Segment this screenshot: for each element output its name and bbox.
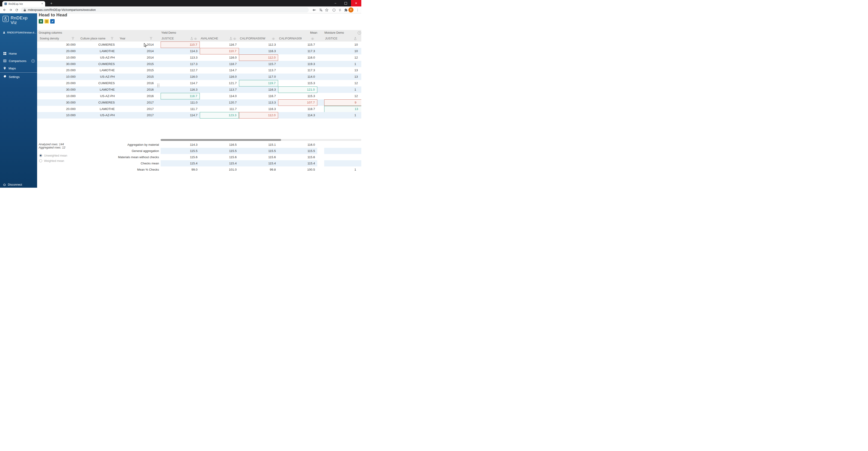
aggregation-value: 115.5: [239, 148, 278, 154]
aggregation-row: Checks mean115.4115.4115.4115.4: [37, 160, 361, 167]
cell-culture-place: LAMOTHE: [78, 87, 117, 93]
table-row[interactable]: 10.000US-AZ-PH2015116.0116.0117.0114.013: [37, 73, 361, 80]
aggregation-row: Aggregation by material114.3116.5115.111…: [37, 142, 361, 148]
horizontal-scrollbar[interactable]: [161, 139, 361, 141]
sidebar-item-comparisons[interactable]: Comparisons +: [0, 57, 37, 65]
aggregation-value: 116.5: [200, 142, 239, 148]
main-content: Head to Head Grouping columns Yield Demo…: [37, 0, 361, 188]
back-button[interactable]: [2, 7, 7, 13]
aggregation-value: 99.0: [161, 167, 200, 173]
notes-button[interactable]: [44, 19, 49, 24]
help-icon[interactable]: ?: [358, 31, 361, 35]
aggregation-moisture-value: [324, 142, 361, 148]
cell-year: 2015: [117, 61, 156, 67]
column-header-yield-avalanche[interactable]: AVALANCHE: [200, 35, 239, 41]
table-row[interactable]: 20.000LAMOTHE2014114.3110.7116.3117.310: [37, 48, 361, 54]
reload-button[interactable]: [14, 7, 19, 13]
column-header-culture-place-name[interactable]: Culture place name: [78, 35, 117, 41]
edit-button[interactable]: [50, 19, 55, 24]
cell-yield-avalanche: 110.7: [200, 48, 239, 54]
table-row[interactable]: 10.000US-AZ-PH2016118.7114.0116.7115.312: [37, 93, 361, 99]
aggregation-value: 115.4: [161, 160, 200, 167]
aggregation-label: Checks mean: [37, 160, 159, 167]
cell-year: 2014: [117, 41, 156, 48]
cell-yield-avalanche: 118.7: [200, 61, 239, 67]
column-header-yield-california309[interactable]: CALIFORNIA309: [278, 35, 317, 41]
table-row[interactable]: 20.000LAMOTHE2015112.7114.7113.7117.313: [37, 67, 361, 73]
aggregation-label: Mean % Checks: [37, 167, 159, 173]
table-row[interactable]: 30.000CUMIERES2014110.7116.7112.3115.710: [37, 41, 361, 48]
cell-yield-california500w: 116.7: [239, 93, 278, 99]
site-info-lock-icon[interactable]: [24, 8, 26, 11]
cell-sowing-density: 10.000: [37, 73, 78, 80]
aggregation-value: 115.4: [200, 160, 239, 167]
column-header-yield-california500w[interactable]: CALIFORNIA500W: [239, 35, 278, 41]
power-icon: [3, 183, 6, 186]
page-title: Head to Head: [39, 12, 67, 18]
export-excel-button[interactable]: [39, 19, 43, 24]
back-icon: [3, 8, 6, 12]
cell-sowing-density: 20.000: [37, 48, 78, 54]
cell-yield-california500w: 116.3: [239, 48, 278, 54]
table-row[interactable]: 30.000CUMIERES2015117.3118.7115.7119.31: [37, 61, 361, 67]
table-row[interactable]: 20.000LAMOTHE2017111.7111.7116.3118.713: [37, 106, 361, 112]
aggregation-value: 115.6: [161, 154, 200, 160]
cell-moisture-justice: 9: [324, 99, 361, 106]
table-row[interactable]: 10.000US-AZ-PH2017114.7123.3112.0114.31: [37, 112, 361, 119]
cell-moisture-justice: 13: [324, 67, 361, 73]
cell-moisture-justice: 10: [324, 48, 361, 54]
column-header-year[interactable]: Year: [117, 35, 156, 41]
cell-culture-place: CUMIERES: [78, 61, 117, 67]
aggregation-label: Aggregation by material: [37, 142, 159, 148]
table-row[interactable]: 30.000CUMIERES2017111.0120.7113.3107.79: [37, 99, 361, 106]
visibility-eye-icon[interactable]: [311, 38, 314, 40]
cell-year: 2017: [117, 106, 156, 112]
cell-yield-avalanche: 113.7: [200, 87, 239, 93]
disconnect-button[interactable]: Disconnect: [3, 183, 22, 186]
cell-sowing-density: 20.000: [37, 80, 78, 87]
forward-button[interactable]: [8, 7, 13, 13]
aggregation-label: General aggregation: [37, 148, 159, 154]
table-row[interactable]: 20.000CUMIERES2016114.7121.7119.7115.312: [37, 80, 361, 87]
sidebar-item-label: Maps: [8, 67, 16, 70]
cell-moisture-justice: 1: [324, 87, 361, 93]
aggregation-value: 101.0: [200, 167, 239, 173]
flask-icon[interactable]: [191, 37, 193, 40]
column-header-yield-justice[interactable]: JUSTICE: [161, 35, 200, 41]
visibility-eye-icon[interactable]: [272, 38, 275, 40]
cell-moisture-justice: 12: [324, 93, 361, 99]
aggregation-value: 100.5: [278, 167, 317, 173]
flask-icon[interactable]: [354, 37, 356, 40]
column-drag-handle-icon[interactable]: [157, 83, 160, 88]
cell-yield-justice: 111.0: [161, 99, 200, 106]
filter-icon[interactable]: [111, 37, 113, 40]
flask-icon[interactable]: [230, 37, 232, 40]
cell-culture-place: US-AZ-PH: [78, 93, 117, 99]
visibility-eye-icon[interactable]: [194, 38, 197, 40]
aggregation-value: 115.1: [239, 142, 278, 148]
logo-flask-icon: [3, 16, 9, 22]
scrollbar-thumb[interactable]: [161, 139, 281, 141]
column-header-moisture-justice[interactable]: JUSTICE: [324, 35, 361, 41]
cell-sowing-density: 10.000: [37, 112, 78, 119]
table-row[interactable]: 30.000LAMOTHE2016116.3113.7116.3121.01: [37, 87, 361, 93]
cell-moisture-justice: 1: [324, 112, 361, 119]
table-row[interactable]: 10.000US-AZ-PH2014113.3116.0112.0116.012: [37, 54, 361, 61]
visibility-eye-icon[interactable]: [233, 38, 236, 40]
filter-icon[interactable]: [150, 37, 152, 40]
cell-yield-justice: 116.0: [161, 73, 200, 80]
cell-yield-california500w: 112.0: [239, 54, 278, 61]
tab-title: RnDExp-Viz: [8, 3, 40, 5]
cell-yield-justice: 112.7: [161, 67, 200, 73]
sidebar-item-home[interactable]: Home: [0, 50, 37, 57]
sidebar-item-maps[interactable]: Maps: [0, 65, 37, 72]
aggregation-moisture-value: [324, 154, 361, 160]
sidebar-item-label: Settings: [9, 75, 20, 79]
cell-yield-justice: 110.7: [161, 41, 200, 48]
filter-icon[interactable]: [72, 37, 74, 40]
settings-gear-icon: [3, 75, 6, 79]
add-comparison-button[interactable]: +: [31, 59, 35, 63]
logo-line2: Viz: [10, 20, 28, 25]
sidebar-item-settings[interactable]: Settings: [0, 73, 37, 81]
column-header-sowing-density[interactable]: Sowing density: [37, 35, 78, 41]
